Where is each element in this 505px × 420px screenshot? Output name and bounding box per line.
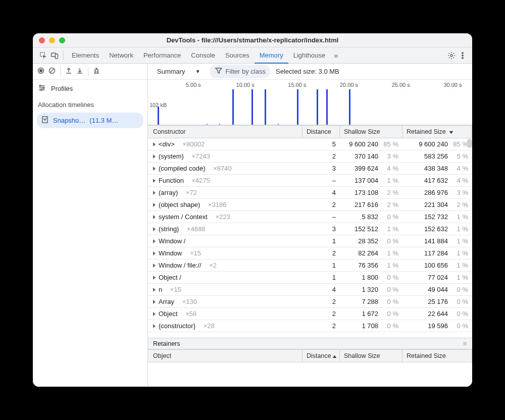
expand-icon[interactable] (153, 276, 156, 280)
table-row[interactable]: Array ×13027 2880 %25 1760 % (148, 296, 472, 308)
table-row[interactable]: (compiled code) ×87403399 6244 %438 3484… (148, 163, 472, 175)
expand-icon[interactable] (153, 300, 156, 304)
download-icon[interactable] (76, 67, 84, 76)
table-row[interactable]: system / Context ×223–5 8320 %152 7321 % (148, 211, 472, 223)
expand-icon[interactable] (153, 227, 156, 231)
cell-distance: 1 (302, 237, 340, 245)
tab-lighthouse[interactable]: Lighthouse (288, 47, 331, 63)
expand-icon[interactable] (153, 203, 156, 207)
expand-icon[interactable] (153, 264, 156, 268)
col-shallow[interactable]: Shallow Size (340, 126, 402, 138)
rcol-shallow[interactable]: Shallow Size (340, 350, 402, 362)
allocation-timeline[interactable]: 5.00 s10.00 s15.00 s20.00 s25.00 s30.00 … (148, 80, 472, 125)
allocation-bar[interactable] (251, 89, 253, 125)
profiles-label: Profiles (51, 85, 73, 92)
cell-shallow-pct: 0 % (382, 213, 398, 221)
class-filter[interactable]: Filter by class (210, 65, 271, 78)
allocation-bar[interactable] (349, 89, 350, 125)
allocation-bar[interactable] (158, 107, 159, 125)
selected-size: Selected size: 3.0 MB (276, 68, 339, 75)
cell-retained-pct: 1 % (452, 213, 468, 221)
cell-retained-pct: 0 % (452, 322, 468, 330)
cell-retained-pct: 0 % (452, 298, 468, 305)
tab-sources[interactable]: Sources (220, 47, 255, 63)
table-row[interactable]: {constructor} ×2821 7080 %19 5960 % (148, 320, 472, 332)
allocation-bar[interactable] (232, 89, 234, 125)
expand-icon[interactable] (153, 312, 156, 316)
cell-shallow-pct: 0 % (382, 310, 398, 318)
tab-performance[interactable]: Performance (138, 47, 186, 63)
allocation-bar[interactable] (297, 89, 298, 125)
col-retained[interactable]: Retained Size▼ (402, 126, 472, 138)
upload-icon[interactable] (65, 67, 73, 76)
expand-icon[interactable] (153, 191, 156, 195)
delete-icon[interactable] (92, 67, 100, 76)
snapshot-item[interactable]: Snapsho… (11.3 M… (37, 113, 143, 128)
table-row[interactable]: (array) ×724173 1082 %286 9763 % (148, 187, 472, 199)
expand-icon[interactable] (153, 142, 156, 146)
allocation-bar[interactable] (265, 89, 266, 125)
close-window-button[interactable] (39, 37, 45, 43)
scrollbar-thumb[interactable] (467, 139, 472, 148)
retainers-menu-icon[interactable]: ≡ (463, 340, 467, 347)
expand-icon[interactable] (153, 288, 156, 292)
gear-icon[interactable] (446, 50, 457, 61)
rcol-distance[interactable]: Distance▲ (302, 350, 340, 362)
expand-icon[interactable] (153, 251, 156, 255)
table-row[interactable]: Window / file:// ×2176 3561 %100 6561 % (148, 259, 472, 272)
inspect-icon[interactable] (38, 50, 49, 61)
expand-icon[interactable] (153, 154, 156, 159)
tab-memory[interactable]: Memory (255, 47, 288, 64)
table-row[interactable]: (string) ×46883152 5121 %152 6321 % (148, 223, 472, 235)
cell-retained: 117 284 (424, 249, 448, 257)
cell-retained-pct: 85 % (452, 140, 468, 148)
table-row[interactable]: Object /11 8000 %77 0241 % (148, 272, 472, 284)
instance-count: ×80002 (182, 140, 205, 148)
profiles-header[interactable]: Profiles (33, 80, 147, 97)
record-icon[interactable] (37, 67, 45, 76)
expand-icon[interactable] (153, 239, 156, 243)
expand-icon[interactable] (153, 324, 156, 328)
constructor-name: (string) (159, 225, 179, 233)
col-constructor[interactable]: Constructor (148, 126, 302, 138)
minimize-window-button[interactable] (49, 37, 55, 43)
table-row[interactable]: n ×1541 3200 %49 0440 % (148, 284, 472, 296)
allocation-heading: Allocation timelines (33, 97, 147, 111)
table-row[interactable]: (system) ×72432370 1403 %583 2565 % (148, 150, 472, 163)
constructor-name: {constructor} (159, 322, 195, 330)
kebab-menu-icon[interactable] (457, 50, 468, 61)
cell-shallow-pct: 0 % (382, 298, 398, 305)
more-tabs-icon[interactable]: » (330, 50, 341, 61)
table-row[interactable]: <div> ×8000259 600 24085 %9 600 24085 % (148, 138, 472, 150)
allocation-bar[interactable] (317, 89, 318, 125)
chevron-down-icon: ▼ (195, 69, 200, 74)
expand-icon[interactable] (153, 179, 156, 183)
svg-point-12 (41, 89, 42, 90)
view-dropdown[interactable]: Summary ▼ (153, 66, 205, 77)
instance-count: ×72 (186, 189, 197, 196)
rcol-object[interactable]: Object (148, 350, 302, 362)
device-toolbar-icon[interactable] (49, 50, 60, 61)
tab-console[interactable]: Console (186, 47, 220, 63)
tab-elements[interactable]: Elements (67, 47, 104, 63)
tab-network[interactable]: Network (104, 47, 138, 63)
table-row[interactable]: Window ×15282 2641 %117 2841 % (148, 247, 472, 259)
cell-shallow: 7 288 (362, 298, 378, 305)
rcol-retained[interactable]: Retained Size (402, 350, 472, 362)
table-row[interactable]: Object ×5821 6720 %22 6440 % (148, 308, 472, 320)
table-row[interactable]: Window /128 3520 %141 8841 % (148, 235, 472, 247)
view-dropdown-label: Summary (157, 68, 185, 75)
zoom-window-button[interactable] (59, 37, 65, 43)
separator (63, 51, 64, 60)
allocation-bar[interactable] (326, 89, 328, 125)
table-row[interactable]: (object shape) ×31862217 6162 %221 3042 … (148, 199, 472, 211)
expand-icon[interactable] (153, 167, 156, 171)
cell-retained: 49 044 (428, 286, 448, 293)
table-row[interactable]: Function ×4275–137 0041 %417 6324 % (148, 175, 472, 187)
cell-retained: 286 976 (424, 189, 448, 196)
expand-icon[interactable] (153, 215, 156, 219)
cell-shallow-pct: 2 % (382, 201, 398, 208)
col-distance[interactable]: Distance (302, 126, 340, 138)
clear-icon[interactable] (48, 67, 56, 76)
cell-retained: 438 348 (424, 165, 448, 172)
